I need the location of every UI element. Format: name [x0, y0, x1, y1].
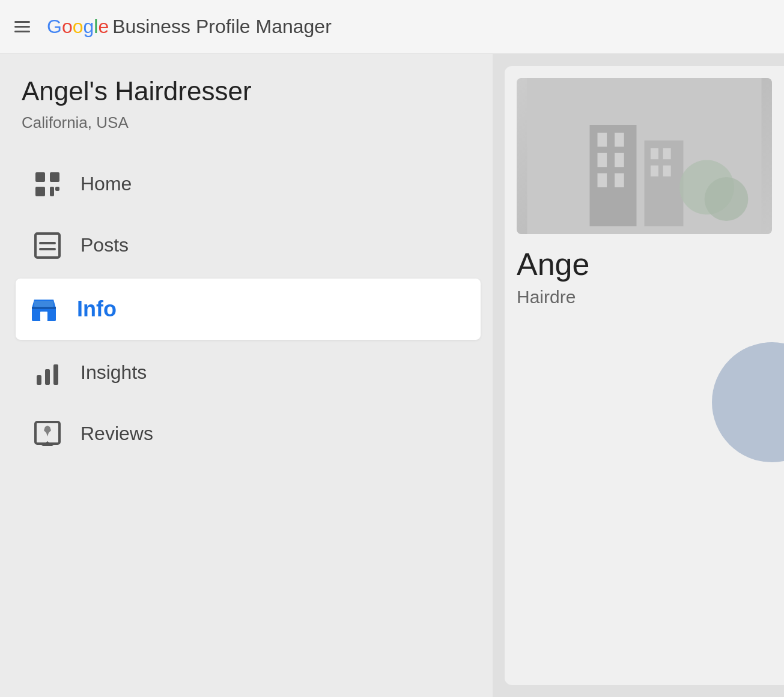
home-icon: [31, 168, 64, 201]
svg-rect-13: [37, 375, 41, 385]
business-location: California, USA: [22, 113, 475, 132]
business-name: Angel's Hairdresser: [22, 76, 475, 107]
svg-rect-4: [55, 187, 59, 191]
svg-rect-7: [39, 248, 56, 250]
svg-rect-1: [50, 172, 59, 182]
business-card: Ange Hairdre: [505, 66, 784, 685]
menu-button[interactable]: [14, 21, 30, 32]
svg-rect-18: [590, 125, 637, 226]
sidebar-item-posts-label: Posts: [81, 234, 129, 256]
svg-point-31: [705, 177, 749, 221]
svg-rect-5: [35, 234, 59, 258]
svg-rect-14: [45, 369, 50, 385]
right-panel: Ange Hairdre: [493, 54, 784, 697]
decorative-circle: [712, 342, 784, 462]
sidebar-item-info[interactable]: Info: [16, 279, 481, 340]
svg-rect-23: [598, 173, 607, 187]
right-panel-business-name: Ange: [517, 246, 772, 282]
info-icon: [28, 293, 60, 325]
svg-rect-0: [35, 172, 45, 182]
svg-rect-28: [651, 166, 658, 177]
app-header: Google Business Profile Manager: [0, 0, 784, 54]
sidebar-item-reviews-label: Reviews: [81, 423, 153, 445]
sidebar-item-posts[interactable]: Posts: [22, 217, 475, 274]
svg-rect-20: [615, 133, 624, 146]
svg-rect-21: [598, 153, 607, 167]
sidebar-item-home[interactable]: Home: [22, 156, 475, 213]
svg-rect-19: [598, 133, 607, 146]
business-map-image: [517, 78, 772, 234]
insights-icon: [31, 357, 64, 389]
svg-rect-2: [35, 187, 45, 196]
svg-rect-26: [651, 148, 658, 159]
sidebar-item-insights-label: Insights: [81, 361, 147, 384]
app-title: Business Profile Manager: [112, 16, 332, 38]
svg-rect-24: [615, 173, 624, 187]
svg-rect-6: [39, 242, 56, 244]
svg-rect-22: [615, 153, 624, 167]
main-container: Angel's Hairdresser California, USA Home: [0, 54, 784, 697]
svg-rect-29: [663, 166, 671, 177]
sidebar-item-home-label: Home: [81, 173, 132, 195]
reviews-icon: [31, 418, 64, 450]
svg-rect-11: [34, 301, 53, 307]
sidebar-item-info-label: Info: [77, 297, 117, 322]
posts-icon: [31, 229, 64, 262]
svg-rect-3: [50, 187, 54, 196]
svg-rect-10: [40, 312, 47, 321]
sidebar: Angel's Hairdresser California, USA Home: [0, 54, 493, 697]
svg-rect-15: [53, 364, 58, 385]
app-logo: Google Business Profile Manager: [47, 16, 332, 38]
sidebar-item-reviews[interactable]: Reviews: [22, 406, 475, 462]
svg-rect-27: [663, 148, 671, 159]
sidebar-item-insights[interactable]: Insights: [22, 345, 475, 401]
right-panel-business-type: Hairdre: [517, 287, 772, 307]
